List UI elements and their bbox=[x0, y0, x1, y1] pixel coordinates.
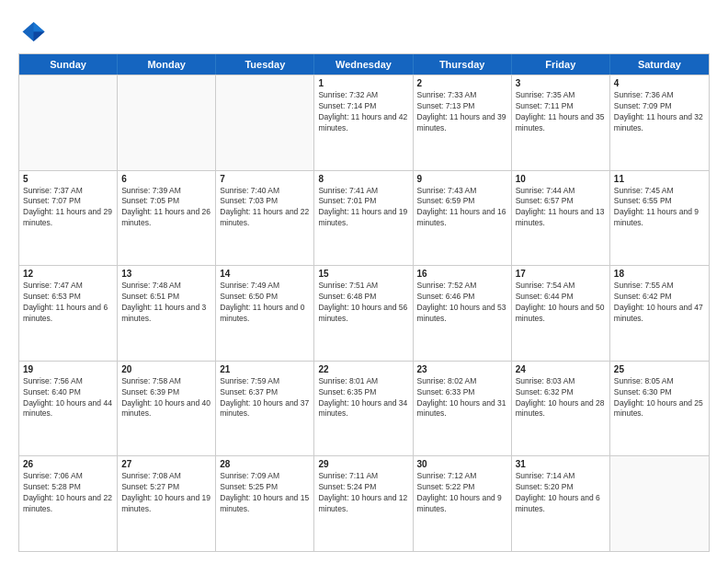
day-info: Sunrise: 7:12 AM Sunset: 5:22 PM Dayligh… bbox=[417, 471, 507, 515]
day-cell-empty-0-2 bbox=[216, 75, 314, 170]
day-cell-22: 22Sunrise: 8:01 AM Sunset: 6:35 PM Dayli… bbox=[314, 362, 413, 456]
day-cell-empty-0-0 bbox=[19, 75, 118, 170]
day-cell-11: 11Sunrise: 7:45 AM Sunset: 6:55 PM Dayli… bbox=[610, 171, 709, 266]
day-number: 11 bbox=[614, 174, 705, 184]
day-number: 27 bbox=[121, 459, 211, 469]
day-info: Sunrise: 7:43 AM Sunset: 6:59 PM Dayligh… bbox=[417, 186, 507, 230]
day-cell-7: 7Sunrise: 7:40 AM Sunset: 7:03 PM Daylig… bbox=[216, 171, 314, 266]
day-info: Sunrise: 7:55 AM Sunset: 6:42 PM Dayligh… bbox=[614, 281, 705, 325]
day-info: Sunrise: 7:45 AM Sunset: 6:55 PM Dayligh… bbox=[614, 186, 705, 230]
day-info: Sunrise: 7:58 AM Sunset: 6:39 PM Dayligh… bbox=[121, 376, 211, 420]
day-number: 4 bbox=[614, 78, 705, 88]
day-number: 31 bbox=[516, 459, 606, 469]
day-cell-9: 9Sunrise: 7:43 AM Sunset: 6:59 PM Daylig… bbox=[414, 171, 512, 266]
day-info: Sunrise: 7:44 AM Sunset: 6:57 PM Dayligh… bbox=[516, 186, 606, 230]
day-number: 8 bbox=[318, 174, 408, 184]
calendar-row-1: 5Sunrise: 7:37 AM Sunset: 7:07 PM Daylig… bbox=[19, 170, 709, 266]
day-cell-10: 10Sunrise: 7:44 AM Sunset: 6:57 PM Dayli… bbox=[512, 171, 610, 266]
calendar-body: 1Sunrise: 7:32 AM Sunset: 7:14 PM Daylig… bbox=[19, 75, 709, 551]
day-info: Sunrise: 7:06 AM Sunset: 5:28 PM Dayligh… bbox=[23, 471, 113, 515]
day-info: Sunrise: 7:47 AM Sunset: 6:53 PM Dayligh… bbox=[23, 281, 113, 325]
weekday-header-thursday: Thursday bbox=[414, 54, 512, 75]
day-cell-27: 27Sunrise: 7:08 AM Sunset: 5:27 PM Dayli… bbox=[118, 456, 216, 551]
day-info: Sunrise: 7:59 AM Sunset: 6:37 PM Dayligh… bbox=[220, 376, 310, 420]
calendar-row-3: 19Sunrise: 7:56 AM Sunset: 6:40 PM Dayli… bbox=[19, 361, 709, 456]
day-cell-15: 15Sunrise: 7:51 AM Sunset: 6:48 PM Dayli… bbox=[314, 266, 413, 361]
day-info: Sunrise: 8:03 AM Sunset: 6:32 PM Dayligh… bbox=[516, 376, 606, 420]
day-cell-30: 30Sunrise: 7:12 AM Sunset: 5:22 PM Dayli… bbox=[414, 456, 512, 551]
day-info: Sunrise: 8:02 AM Sunset: 6:33 PM Dayligh… bbox=[417, 376, 507, 420]
day-cell-empty-0-1 bbox=[118, 75, 216, 170]
day-info: Sunrise: 7:54 AM Sunset: 6:44 PM Dayligh… bbox=[516, 281, 606, 325]
calendar-header: SundayMondayTuesdayWednesdayThursdayFrid… bbox=[19, 54, 709, 75]
calendar: SundayMondayTuesdayWednesdayThursdayFrid… bbox=[18, 53, 710, 552]
day-info: Sunrise: 7:36 AM Sunset: 7:09 PM Dayligh… bbox=[614, 90, 705, 134]
day-number: 28 bbox=[220, 459, 310, 469]
day-cell-13: 13Sunrise: 7:48 AM Sunset: 6:51 PM Dayli… bbox=[118, 266, 216, 361]
day-number: 22 bbox=[318, 364, 408, 374]
day-number: 16 bbox=[417, 269, 507, 279]
day-cell-4: 4Sunrise: 7:36 AM Sunset: 7:09 PM Daylig… bbox=[610, 75, 709, 170]
logo bbox=[18, 17, 50, 44]
day-cell-28: 28Sunrise: 7:09 AM Sunset: 5:25 PM Dayli… bbox=[216, 456, 314, 551]
day-cell-17: 17Sunrise: 7:54 AM Sunset: 6:44 PM Dayli… bbox=[512, 266, 610, 361]
logo-icon bbox=[18, 17, 46, 44]
day-cell-14: 14Sunrise: 7:49 AM Sunset: 6:50 PM Dayli… bbox=[216, 266, 314, 361]
day-info: Sunrise: 8:05 AM Sunset: 6:30 PM Dayligh… bbox=[614, 376, 705, 420]
day-cell-19: 19Sunrise: 7:56 AM Sunset: 6:40 PM Dayli… bbox=[19, 362, 118, 456]
calendar-row-2: 12Sunrise: 7:47 AM Sunset: 6:53 PM Dayli… bbox=[19, 265, 709, 361]
svg-marker-1 bbox=[34, 22, 45, 32]
weekday-header-tuesday: Tuesday bbox=[216, 54, 314, 75]
day-number: 23 bbox=[417, 364, 507, 374]
day-number: 10 bbox=[516, 174, 606, 184]
weekday-header-monday: Monday bbox=[118, 54, 216, 75]
day-cell-8: 8Sunrise: 7:41 AM Sunset: 7:01 PM Daylig… bbox=[314, 171, 413, 266]
day-info: Sunrise: 7:08 AM Sunset: 5:27 PM Dayligh… bbox=[121, 471, 211, 515]
day-number: 15 bbox=[318, 269, 408, 279]
day-info: Sunrise: 7:09 AM Sunset: 5:25 PM Dayligh… bbox=[220, 471, 310, 515]
weekday-header-saturday: Saturday bbox=[610, 54, 709, 75]
day-number: 29 bbox=[318, 459, 408, 469]
day-cell-16: 16Sunrise: 7:52 AM Sunset: 6:46 PM Dayli… bbox=[414, 266, 512, 361]
day-cell-3: 3Sunrise: 7:35 AM Sunset: 7:11 PM Daylig… bbox=[512, 75, 610, 170]
day-info: Sunrise: 7:35 AM Sunset: 7:11 PM Dayligh… bbox=[516, 90, 606, 134]
day-info: Sunrise: 7:39 AM Sunset: 7:05 PM Dayligh… bbox=[121, 186, 211, 230]
day-number: 21 bbox=[220, 364, 310, 374]
page: SundayMondayTuesdayWednesdayThursdayFrid… bbox=[0, 0, 728, 563]
day-cell-12: 12Sunrise: 7:47 AM Sunset: 6:53 PM Dayli… bbox=[19, 266, 118, 361]
header bbox=[18, 17, 710, 44]
day-number: 26 bbox=[23, 459, 113, 469]
day-number: 6 bbox=[121, 174, 211, 184]
day-number: 5 bbox=[23, 174, 113, 184]
day-number: 7 bbox=[220, 174, 310, 184]
day-number: 17 bbox=[516, 269, 606, 279]
day-cell-empty-4-6 bbox=[610, 456, 709, 551]
day-cell-20: 20Sunrise: 7:58 AM Sunset: 6:39 PM Dayli… bbox=[118, 362, 216, 456]
day-cell-23: 23Sunrise: 8:02 AM Sunset: 6:33 PM Dayli… bbox=[414, 362, 512, 456]
day-cell-31: 31Sunrise: 7:14 AM Sunset: 5:20 PM Dayli… bbox=[512, 456, 610, 551]
day-number: 20 bbox=[121, 364, 211, 374]
day-number: 2 bbox=[417, 78, 507, 88]
day-number: 12 bbox=[23, 269, 113, 279]
day-info: Sunrise: 7:56 AM Sunset: 6:40 PM Dayligh… bbox=[23, 376, 113, 420]
day-info: Sunrise: 7:14 AM Sunset: 5:20 PM Dayligh… bbox=[516, 471, 606, 515]
day-cell-21: 21Sunrise: 7:59 AM Sunset: 6:37 PM Dayli… bbox=[216, 362, 314, 456]
day-info: Sunrise: 8:01 AM Sunset: 6:35 PM Dayligh… bbox=[318, 376, 408, 420]
day-cell-6: 6Sunrise: 7:39 AM Sunset: 7:05 PM Daylig… bbox=[118, 171, 216, 266]
day-number: 14 bbox=[220, 269, 310, 279]
day-number: 19 bbox=[23, 364, 113, 374]
day-number: 30 bbox=[417, 459, 507, 469]
day-info: Sunrise: 7:49 AM Sunset: 6:50 PM Dayligh… bbox=[220, 281, 310, 325]
day-number: 24 bbox=[516, 364, 606, 374]
day-cell-18: 18Sunrise: 7:55 AM Sunset: 6:42 PM Dayli… bbox=[610, 266, 709, 361]
day-number: 18 bbox=[614, 269, 705, 279]
day-info: Sunrise: 7:37 AM Sunset: 7:07 PM Dayligh… bbox=[23, 186, 113, 230]
day-cell-1: 1Sunrise: 7:32 AM Sunset: 7:14 PM Daylig… bbox=[314, 75, 413, 170]
day-info: Sunrise: 7:11 AM Sunset: 5:24 PM Dayligh… bbox=[318, 471, 408, 515]
day-info: Sunrise: 7:52 AM Sunset: 6:46 PM Dayligh… bbox=[417, 281, 507, 325]
day-cell-29: 29Sunrise: 7:11 AM Sunset: 5:24 PM Dayli… bbox=[314, 456, 413, 551]
day-info: Sunrise: 7:33 AM Sunset: 7:13 PM Dayligh… bbox=[417, 90, 507, 134]
day-cell-25: 25Sunrise: 8:05 AM Sunset: 6:30 PM Dayli… bbox=[610, 362, 709, 456]
day-number: 9 bbox=[417, 174, 507, 184]
day-info: Sunrise: 7:41 AM Sunset: 7:01 PM Dayligh… bbox=[318, 186, 408, 230]
